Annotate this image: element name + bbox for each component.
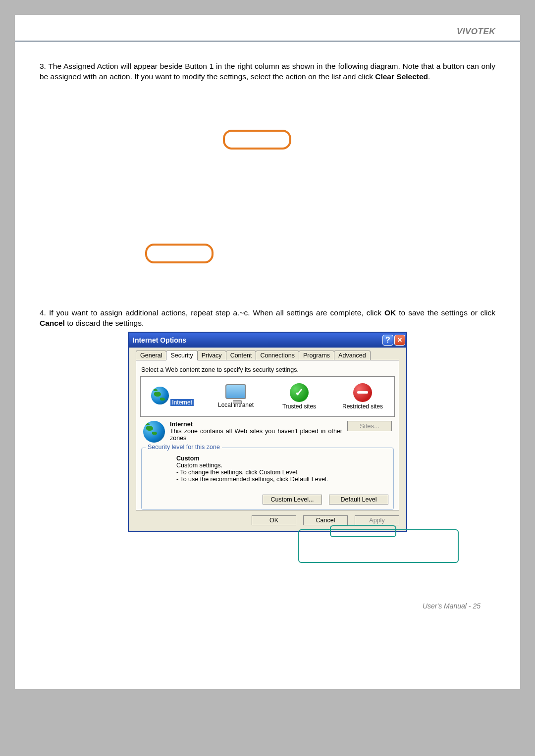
dialog-titlebar[interactable]: Internet Options ? ×	[129, 333, 406, 348]
ok-button[interactable]: OK	[252, 515, 296, 525]
custom-line-3: - To use the recommended settings, click…	[176, 476, 388, 483]
zone-internet[interactable]: Internet	[141, 387, 204, 406]
step-4-bold1: OK	[384, 308, 396, 317]
zone-trusted-sites-label: Trusted sites	[268, 403, 331, 410]
custom-level-button[interactable]: Custom Level...	[263, 495, 322, 504]
custom-heading: Custom	[176, 455, 388, 462]
default-level-button[interactable]: Default Level	[329, 495, 388, 504]
tab-advanced[interactable]: Advanced	[334, 351, 371, 360]
step-4-text-b: to save the settings or click	[396, 308, 495, 317]
tab-programs[interactable]: Programs	[299, 351, 334, 360]
step-3-num: 3.	[40, 62, 46, 70]
custom-line-2: - To change the settings, click Custom L…	[176, 469, 388, 476]
check-icon: ✓	[290, 383, 309, 402]
stop-icon	[353, 383, 372, 402]
step-3-text-b: .	[428, 72, 430, 81]
globe-icon	[151, 387, 169, 404]
help-button[interactable]: ?	[382, 335, 393, 346]
tab-privacy[interactable]: Privacy	[197, 351, 226, 360]
callout-2-icon	[145, 244, 214, 263]
diagram-placeholder	[40, 85, 495, 293]
internet-options-dialog: Internet Options ? × General Security Pr…	[128, 332, 407, 532]
brand-text: VIVOTEK	[457, 27, 495, 36]
zone-info-icon	[143, 421, 165, 443]
security-level-legend: Security level for this zone	[146, 444, 222, 451]
cancel-button[interactable]: Cancel	[303, 515, 348, 525]
apply-button[interactable]: Apply	[355, 515, 399, 525]
tab-security[interactable]: Security	[166, 351, 197, 360]
dialog-title: Internet Options	[133, 336, 381, 344]
tab-content[interactable]: Content	[226, 351, 257, 360]
step-4-text-c: to discard the settings.	[65, 319, 144, 327]
sites-button[interactable]: Sites...	[347, 421, 392, 431]
tab-body: Select a Web content zone to specify its…	[136, 360, 399, 510]
close-button[interactable]: ×	[394, 335, 405, 346]
security-level-fieldset: Security level for this zone Custom Cust…	[141, 448, 394, 510]
monitor-icon	[225, 384, 246, 399]
page-footer: User's Manual - 25	[423, 602, 481, 610]
callout-1-icon	[223, 130, 291, 150]
zone-hint: Select a Web content zone to specify its…	[141, 366, 395, 373]
zone-internet-label: Internet	[170, 399, 194, 406]
page-header: VIVOTEK	[15, 15, 520, 42]
zone-trusted-sites[interactable]: ✓ Trusted sites	[268, 383, 331, 410]
step-3: 3. The Assigned Action will appear besid…	[40, 61, 495, 82]
zone-restricted-sites-label: Restricted sites	[331, 403, 394, 410]
zone-restricted-sites[interactable]: Restricted sites	[331, 383, 394, 410]
step-4-num: 4.	[40, 308, 46, 317]
zones-list[interactable]: Internet Local intranet ✓ Trusted sites	[140, 376, 395, 417]
step-4-text-a: If you want to assign additional actions…	[49, 308, 384, 317]
page: VIVOTEK 3. The Assigned Action will appe…	[0, 0, 535, 756]
zone-info-heading: Internet	[170, 421, 342, 428]
tab-general[interactable]: General	[136, 351, 166, 360]
zone-info-desc: This zone contains all Web sites you hav…	[170, 428, 342, 442]
step-3-bold: Clear Selected	[375, 72, 428, 81]
step-4: 4. If you want to assign additional acti…	[40, 308, 495, 329]
tab-connections[interactable]: Connections	[256, 351, 299, 360]
zone-local-intranet[interactable]: Local intranet	[204, 384, 268, 408]
annotation-bottom-buttons	[298, 529, 459, 563]
step-4-bold2: Cancel	[40, 319, 65, 327]
tabs-row: General Security Privacy Content Connect…	[129, 348, 406, 360]
custom-line-1: Custom settings.	[176, 462, 388, 469]
